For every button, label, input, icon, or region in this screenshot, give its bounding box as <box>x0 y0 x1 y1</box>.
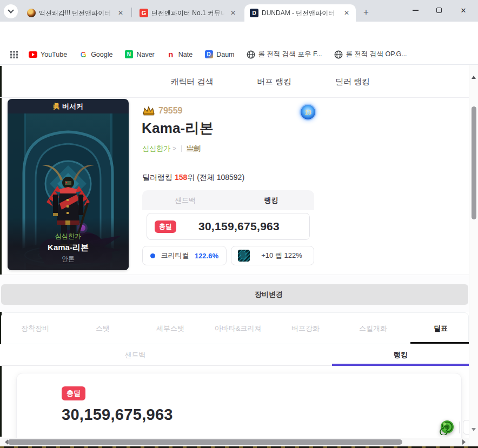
naver-icon: N <box>125 50 133 58</box>
tab-equipment[interactable]: 장착장비 <box>21 324 49 333</box>
page-character-name: Kama-리본 <box>142 119 214 138</box>
tab-sandbag[interactable]: 샌드백 <box>142 190 228 210</box>
nav-buff-ranking[interactable]: 버프 랭킹 <box>257 77 291 87</box>
class-awakening-badge: 眞 <box>53 102 60 111</box>
globe-icon <box>247 50 255 59</box>
bookmark-naver[interactable]: NNaver <box>124 50 154 59</box>
tab-title: 액션쾌감!!! 던전앤파이터 <box>39 9 112 18</box>
new-tab-button[interactable]: + <box>359 5 373 19</box>
youtube-icon <box>29 51 37 58</box>
horizontal-scrollbar-thumb[interactable] <box>8 439 402 445</box>
scroll-right-arrow-icon[interactable] <box>462 439 468 445</box>
close-icon: ✕ <box>461 6 467 15</box>
bookmarks-separator <box>23 50 23 59</box>
character-card: 眞 버서커 <box>8 99 129 270</box>
nav-character-search[interactable]: 캐릭터 검색 <box>170 77 213 87</box>
bookmark-nate[interactable]: nNate <box>167 50 192 59</box>
scroll-up-arrow-icon[interactable] <box>472 73 476 79</box>
close-icon[interactable]: ✕ <box>228 8 238 18</box>
tab-stats[interactable]: 스탯 <box>96 324 110 333</box>
daum-icon: D <box>205 50 213 58</box>
active-tab-underline <box>410 342 469 344</box>
browser-window: 액션쾌감!!! 던전앤파이터 ✕ G 던전앤파이터 No.1 커뮤니 ✕ D D… <box>0 0 478 448</box>
bookmark-daum[interactable]: DDaum <box>204 50 234 59</box>
total-damage-card: 총딜 30,159,675,963 <box>16 373 462 448</box>
close-icon[interactable]: ✕ <box>116 8 125 18</box>
tab-title: DUNDAM - 던전앤파이터 <box>262 9 338 18</box>
bookmark-opgg[interactable]: 롤 전적 검색 OP.G... <box>334 50 407 59</box>
chevron-right-icon: > <box>172 145 176 152</box>
tab-dnf-official[interactable]: 액션쾌감!!! 던전앤파이터 ✕ <box>22 4 130 22</box>
damage-panel: 샌드백 랭킹 총딜 30,159,675,963 <box>142 190 314 240</box>
horizontal-scrollbar[interactable] <box>0 438 469 446</box>
fame-row: 79559 <box>142 106 183 116</box>
blue-dot-icon <box>150 253 155 258</box>
tab-ranking-bottom[interactable]: 랭킹 <box>394 350 408 360</box>
fame-value: 79559 <box>158 106 183 116</box>
tab-sandbag-bottom[interactable]: 샌드백 <box>125 350 146 360</box>
equip-change-button[interactable]: 장비변경 <box>1 284 468 305</box>
total-damage-box: 총딜 30,159,675,963 <box>147 213 310 240</box>
tab-search-button[interactable] <box>4 4 18 18</box>
skill-buff-label: +10 렙 122% <box>256 251 307 260</box>
close-icon[interactable]: ✕ <box>342 8 351 18</box>
equip-change-label: 장비변경 <box>255 290 283 299</box>
chevron-down-icon <box>8 7 14 13</box>
critical-value: 122.6% <box>195 252 218 260</box>
character-artwork: 심심한가 Kama-리본 안톤 <box>8 113 129 270</box>
clone-level-badge[interactable]: 13 <box>301 105 315 119</box>
bookmarks-bar: YouTube GGoogle NNaver nNate DDaum 롤 전적 … <box>0 44 478 65</box>
tab-ranking[interactable]: 랭킹 <box>228 190 314 210</box>
tab-strip: 액션쾌감!!! 던전앤파이터 ✕ G 던전앤파이터 No.1 커뮤니 ✕ D D… <box>0 0 478 22</box>
total-damage-value: 30,159,675,963 <box>62 406 173 424</box>
bookmark-fow[interactable]: 롤 전적 검색 포우 F... <box>247 50 322 59</box>
nate-icon: n <box>167 50 175 59</box>
character-footer: 심심한가 Kama-리본 안톤 <box>8 218 129 270</box>
tab-dundam-active[interactable]: D DUNDAM - 던전앤파이터 ✕ <box>244 4 356 22</box>
tab-community[interactable]: G 던전앤파이터 No.1 커뮤니 ✕ <box>134 4 242 22</box>
tab-avatar-creature[interactable]: 아바타&크리쳐 <box>215 324 262 333</box>
dnf-favicon <box>27 9 36 17</box>
guild-link[interactable]: 심심한가 <box>142 144 170 153</box>
tab-detail-stats[interactable]: 세부스탯 <box>156 324 184 333</box>
globe-icon <box>334 50 343 59</box>
dealer-rank-line: 딜러랭킹 158위 (전체 108592) <box>142 173 244 183</box>
bookmark-google[interactable]: GGoogle <box>79 50 112 59</box>
window-maximize-button[interactable] <box>430 2 448 18</box>
tab-skill-bloom[interactable]: 스킬개화 <box>359 324 387 333</box>
class-header: 眞 버서커 <box>8 99 129 113</box>
rank-number: 158 <box>175 173 187 182</box>
vertical-scrollbar[interactable] <box>469 65 478 438</box>
vertical-scrollbar-thumb[interactable] <box>472 106 476 219</box>
widget-separator <box>459 422 460 433</box>
scroll-down-arrow-icon[interactable] <box>472 428 476 433</box>
skill-icon <box>238 250 250 262</box>
skill-buff-card: +10 렙 122% <box>231 246 314 265</box>
rank-tab-bar: 샌드백 랭킹 <box>0 344 469 366</box>
bookmark-youtube[interactable]: YouTube <box>29 50 67 59</box>
window-close-button[interactable]: ✕ <box>454 2 473 18</box>
tab-buff-enhance[interactable]: 버프강화 <box>291 324 320 333</box>
divider <box>0 97 469 98</box>
dundam-favicon: D <box>250 9 258 17</box>
critical-label: 크리티컬 <box>161 251 189 260</box>
rank-total: (전체 108592) <box>197 173 244 182</box>
tab-damage-table[interactable]: 딜표 <box>434 324 448 333</box>
rose-item-widget[interactable] <box>439 419 455 435</box>
detail-tab-bar: 장착장비 스탯 세부스탯 아바타&크리쳐 버프강화 스킬개화 딜표 <box>1 312 469 344</box>
window-minimize-button[interactable] <box>406 2 424 18</box>
critical-card: 크리티컬 122.6% <box>142 246 227 265</box>
ranking-tab-underline <box>332 364 469 366</box>
character-name: Kama-리본 <box>8 243 129 253</box>
adventure-team-name[interactable]: 亗劍 <box>187 144 201 153</box>
maximize-icon <box>436 8 442 13</box>
tab-separator <box>131 8 132 17</box>
divider <box>181 145 182 152</box>
total-damage-badge: 총딜 <box>62 386 85 400</box>
apps-grid-icon[interactable] <box>10 50 18 59</box>
tab-title: 던전앤파이터 No.1 커뮤니 <box>151 9 225 18</box>
g-favicon: G <box>140 9 148 17</box>
browser-toolbar: ← → dundam.xyz/character?server=anton&ke… <box>0 22 478 44</box>
server-name: 안톤 <box>8 255 129 264</box>
nav-dealer-ranking[interactable]: 딜러 랭킹 <box>335 77 370 87</box>
